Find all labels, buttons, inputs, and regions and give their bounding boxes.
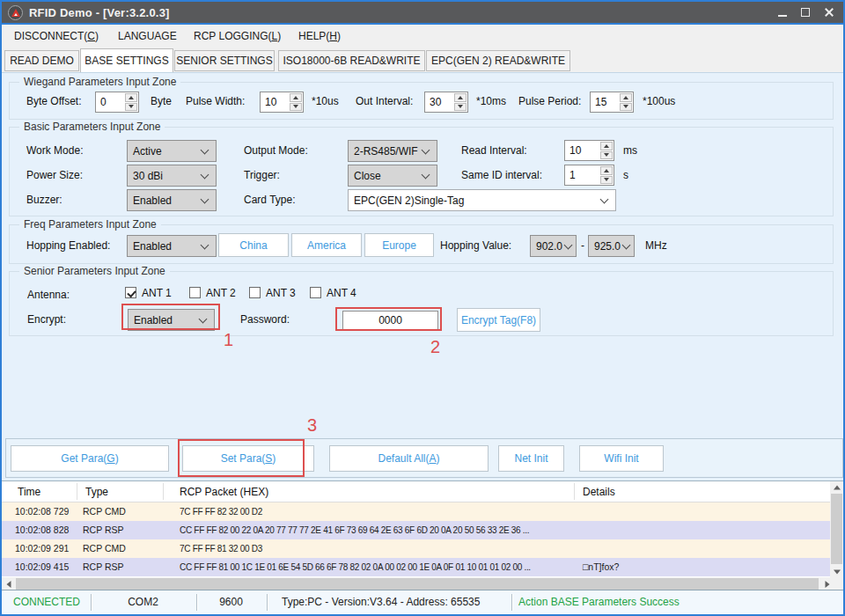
set-para-button[interactable]: Set Para(S) — [182, 445, 314, 472]
checkbox-ant-2[interactable] — [189, 287, 201, 298]
chevron-down-icon — [564, 240, 573, 249]
america-button[interactable]: America — [291, 233, 362, 257]
scrollbar-thumb[interactable] — [831, 494, 842, 564]
spin-down-icon[interactable] — [290, 103, 302, 112]
minimize-button[interactable] — [771, 4, 794, 21]
encrypt-select[interactable]: Enabled — [128, 309, 215, 331]
same-id-interval-input[interactable]: 1 — [564, 165, 614, 186]
china-button[interactable]: China — [218, 233, 289, 257]
horizontal-scrollbar[interactable] — [2, 577, 834, 590]
log-table-header: Time Type RCP Packet (HEX) Details — [2, 481, 830, 502]
menu-disconnect[interactable]: DISCONNECT(C) — [14, 25, 99, 48]
maximize-button[interactable] — [794, 4, 817, 21]
tab-iso18000-6b[interactable]: ISO18000-6B READ&WRITE — [278, 50, 425, 71]
col-header-details[interactable]: Details — [583, 481, 615, 502]
get-para-button[interactable]: Get Para(G) — [11, 445, 169, 472]
basic-group-title: Basic Parameters Input Zone — [19, 121, 165, 134]
trigger-label: Trigger: — [244, 168, 280, 183]
buzzer-select[interactable]: Enabled — [127, 189, 217, 211]
out-interval-input[interactable]: 30 — [424, 92, 468, 113]
tab-read-demo[interactable]: READ DEMO — [4, 50, 79, 71]
tab-senior-settings[interactable]: SENIOR SETTINGS — [174, 50, 275, 71]
spin-down-icon[interactable] — [600, 151, 613, 160]
pulse-width-input[interactable]: 10 — [260, 92, 304, 113]
annotation-number-2: 2 — [430, 338, 440, 356]
byte-offset-label: Byte Offset: — [26, 94, 81, 109]
log-row[interactable]: 10:02:09 415 RCP RSP CC FF FF 81 00 1C 1… — [2, 558, 830, 576]
spin-up-icon[interactable] — [600, 166, 613, 175]
password-label: Password: — [240, 312, 290, 327]
trigger-select[interactable]: Close — [348, 165, 437, 187]
hopping-value-label: Hopping Value: — [440, 238, 511, 253]
hopping-from-select[interactable]: 902.0 — [530, 235, 577, 257]
hopping-enabled-select[interactable]: Enabled — [127, 235, 217, 257]
pulse-period-input[interactable]: 15 — [590, 92, 634, 113]
net-init-button[interactable]: Net Init — [498, 445, 564, 472]
spin-up-icon[interactable] — [290, 93, 302, 102]
log-row[interactable]: 10:02:08 729 RCP CMD 7C FF FF 82 32 00 D… — [2, 502, 830, 521]
chevron-down-icon — [201, 194, 209, 203]
log-table: Time Type RCP Packet (HEX) Details 10:02… — [2, 480, 843, 590]
byte-offset-input[interactable]: 0 — [95, 92, 139, 113]
checkbox-ant-1-label: ANT 1 — [142, 287, 172, 300]
vertical-scrollbar[interactable] — [830, 481, 843, 577]
scroll-up-icon[interactable] — [830, 481, 843, 493]
scroll-left-icon[interactable] — [2, 577, 15, 590]
pulse-width-unit: *10us — [312, 94, 339, 109]
app-logo-icon — [8, 5, 23, 20]
scrollbar-thumb[interactable] — [16, 578, 819, 590]
same-id-interval-label: Same ID interval: — [461, 168, 542, 183]
checkbox-ant-4[interactable] — [310, 287, 321, 298]
output-mode-select[interactable]: 2-RS485/WIF — [348, 140, 437, 162]
menu-help[interactable]: HELP(H) — [298, 25, 341, 48]
password-input[interactable]: 0000 — [342, 311, 438, 330]
spin-down-icon[interactable] — [454, 103, 467, 112]
tab-base-settings[interactable]: BASE SETTINGS — [80, 48, 173, 72]
log-row[interactable]: 10:02:08 828 RCP RSP CC FF FF 82 00 22 0… — [2, 521, 830, 539]
spin-up-icon[interactable] — [125, 93, 137, 102]
hopping-enabled-label: Hopping Enabled: — [26, 238, 110, 253]
maximize-icon — [801, 8, 810, 17]
wifi-init-button[interactable]: Wifi Init — [579, 445, 664, 472]
chevron-down-icon — [622, 240, 631, 249]
col-header-time[interactable]: Time — [18, 481, 40, 502]
read-interval-input[interactable]: 10 — [564, 140, 614, 161]
minimize-icon — [778, 15, 787, 17]
chevron-down-icon — [600, 194, 609, 203]
work-mode-label: Work Mode: — [26, 143, 83, 158]
checkbox-ant-3[interactable] — [249, 287, 261, 298]
spin-down-icon[interactable] — [125, 103, 137, 112]
window-controls — [771, 2, 840, 23]
menu-rcp-logging[interactable]: RCP LOGGING(L) — [194, 25, 281, 48]
spin-up-icon[interactable] — [620, 93, 632, 102]
col-header-type[interactable]: Type — [85, 481, 108, 502]
col-header-packet[interactable]: RCP Packet (HEX) — [180, 481, 268, 502]
chevron-down-icon — [199, 314, 208, 323]
card-type-select[interactable]: EPC(GEN 2)Single-Tag — [348, 189, 616, 211]
app-window: RFID Demo - [Ver:3.2.0.3] DISCONNECT(C) … — [0, 0, 845, 616]
checkbox-ant-1[interactable] — [125, 287, 136, 298]
spin-up-icon[interactable] — [600, 142, 613, 150]
spin-up-icon[interactable] — [454, 93, 467, 102]
close-button[interactable] — [817, 4, 840, 21]
log-row[interactable]: 10:02:09 291 RCP CMD 7C FF FF 81 32 00 D… — [2, 539, 830, 558]
scroll-down-icon[interactable] — [830, 566, 843, 577]
hopping-to-select[interactable]: 925.0 — [588, 235, 635, 257]
work-mode-select[interactable]: Active — [127, 140, 217, 162]
encrypt-label: Encrypt: — [27, 312, 66, 327]
default-all-button[interactable]: Default All(A) — [329, 445, 489, 472]
tab-epc-gen2[interactable]: EPC(GEN 2) READ&WRITE — [426, 50, 570, 71]
menu-language[interactable]: LANGUAGE — [118, 25, 177, 48]
spin-down-icon[interactable] — [600, 176, 613, 185]
encrypt-tag-button[interactable]: Encrypt Tag(F8) — [457, 308, 540, 332]
power-size-select[interactable]: 30 dBi — [127, 165, 217, 187]
device-info: Type:PC - Version:V3.64 - Address: 65535 — [282, 590, 480, 614]
close-icon — [823, 7, 834, 18]
spin-down-icon[interactable] — [620, 103, 632, 112]
com-port: COM2 — [91, 590, 195, 614]
chevron-down-icon — [201, 145, 209, 154]
europe-button[interactable]: Europe — [364, 233, 434, 257]
annotation-number-3: 3 — [307, 416, 317, 434]
status-bar: CONNECTED COM2 9600 Type:PC - Version:V3… — [2, 590, 843, 614]
actions-panel: Get Para(G) Set Para(S) Default All(A) N… — [5, 438, 843, 478]
